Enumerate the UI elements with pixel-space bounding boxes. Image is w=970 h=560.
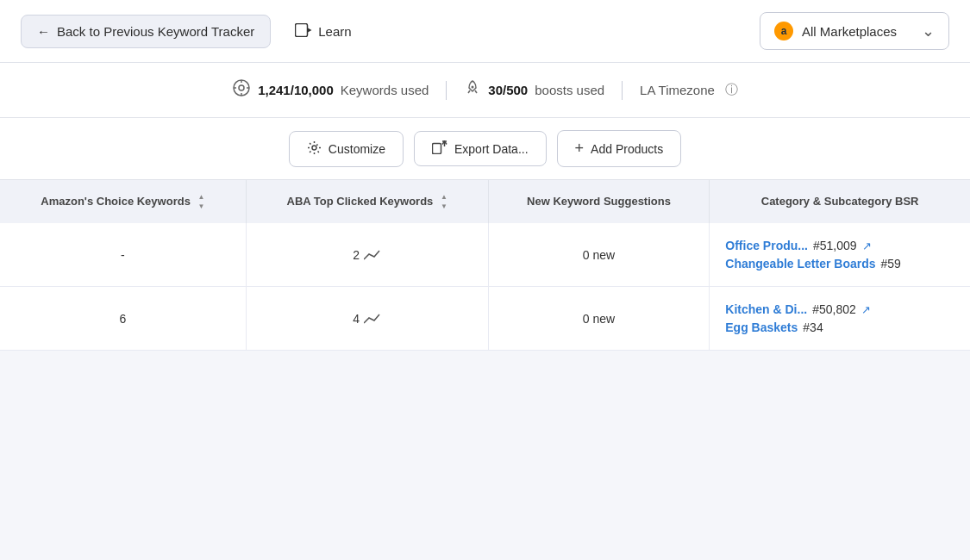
chevron-down-icon: ⌄ <box>922 22 935 40</box>
trend-chart-icon <box>364 249 381 261</box>
customize-button[interactable]: Customize <box>289 131 404 167</box>
svg-rect-0 <box>296 23 308 36</box>
cell-category-bsr-2: Kitchen & Di... #50,802 ↗ Egg Baskets #3… <box>710 287 970 351</box>
category-bsr-num-2: #50,802 <box>812 302 856 316</box>
top-bar: ← Back to Previous Keyword Tracker Learn… <box>0 0 970 63</box>
col-aba-top-clicked[interactable]: ABA Top Clicked Keywords ▲▼ <box>246 180 488 223</box>
keywords-used-label: Keywords used <box>341 83 429 97</box>
add-products-label: Add Products <box>591 142 663 156</box>
export-button[interactable]: Export Data... <box>414 131 547 166</box>
stat-divider-2 <box>622 81 623 100</box>
timezone-stat: LA Timezone ⓘ <box>640 82 738 98</box>
svg-point-7 <box>472 86 474 89</box>
cell-category-bsr-1: Office Produ... #51,009 ↗ Changeable Let… <box>710 223 970 287</box>
col-category-bsr: Category & Subcategory BSR <box>710 180 970 223</box>
info-icon: ⓘ <box>725 82 738 98</box>
subcategory-bsr-num-1: #59 <box>881 257 901 271</box>
cell-new-keywords-1: 0 new <box>488 223 710 287</box>
bsr-external-icon-2[interactable]: ↗ <box>861 303 871 316</box>
subcategory-link-1[interactable]: Changeable Letter Boards <box>725 257 875 271</box>
subcategory-bsr-num-2: #34 <box>803 320 823 334</box>
export-label: Export Data... <box>454 142 529 156</box>
sort-icon-amazons-choice[interactable]: ▲▼ <box>197 192 204 211</box>
keywords-used-stat: 1,241/10,000 Keywords used <box>232 78 429 102</box>
keywords-icon <box>232 78 251 102</box>
cell-amazons-choice-2: 6 <box>0 287 246 351</box>
learn-button-label: Learn <box>318 24 351 39</box>
cell-new-keywords-2: 0 new <box>488 287 710 351</box>
stats-bar: 1,241/10,000 Keywords used 30/500 boosts… <box>0 63 970 118</box>
sort-icon-aba[interactable]: ▲▼ <box>441 192 447 211</box>
learn-button[interactable]: Learn <box>285 15 361 48</box>
data-table-wrapper: Amazon's Choice Keywords ▲▼ ABA Top Clic… <box>0 180 970 351</box>
svg-point-2 <box>239 85 244 90</box>
stat-divider-1 <box>446 81 447 100</box>
col-new-keyword-suggestions: New Keyword Suggestions <box>488 180 710 223</box>
subcategory-link-2[interactable]: Egg Baskets <box>725 320 798 334</box>
back-button-label: Back to Previous Keyword Tracker <box>57 24 254 39</box>
category-bsr-num-1: #51,009 <box>813 239 857 252</box>
export-icon <box>432 140 447 157</box>
video-icon <box>295 23 312 40</box>
arrow-left-icon: ← <box>37 24 50 39</box>
marketplace-label: All Marketplaces <box>802 24 897 39</box>
data-table: Amazon's Choice Keywords ▲▼ ABA Top Clic… <box>0 180 970 351</box>
back-button[interactable]: ← Back to Previous Keyword Tracker <box>21 15 271 48</box>
cell-amazons-choice-1: - <box>0 223 246 287</box>
col-amazons-choice[interactable]: Amazon's Choice Keywords ▲▼ <box>0 180 246 223</box>
toolbar: Customize Export Data... + Add Products <box>0 118 970 180</box>
customize-label: Customize <box>329 142 385 156</box>
aba-trend-2: 4 <box>353 312 381 326</box>
table-header-row: Amazon's Choice Keywords ▲▼ ABA Top Clic… <box>0 180 970 223</box>
cell-aba-1: 2 <box>246 223 488 287</box>
add-products-button[interactable]: + Add Products <box>557 130 682 167</box>
svg-point-8 <box>312 146 316 150</box>
plus-icon: + <box>575 140 585 158</box>
gear-icon <box>307 140 322 158</box>
cell-aba-2: 4 <box>246 287 488 351</box>
boosts-used-stat: 30/500 boosts used <box>464 79 604 101</box>
keywords-used-count: 1,241/10,000 <box>258 83 334 97</box>
boosts-used-label: boosts used <box>535 83 604 97</box>
timezone-label: LA Timezone <box>640 83 715 97</box>
category-link-1[interactable]: Office Produ... <box>725 239 808 252</box>
category-link-2[interactable]: Kitchen & Di... <box>725 302 807 316</box>
bsr-external-icon-1[interactable]: ↗ <box>862 240 872 252</box>
rocket-icon <box>464 79 481 101</box>
aba-trend-1: 2 <box>353 248 381 262</box>
table-row: - 2 0 new Office Produ... <box>0 223 970 287</box>
boosts-used-count: 30/500 <box>488 83 528 97</box>
marketplace-dropdown[interactable]: a All Marketplaces ⌄ <box>760 12 949 50</box>
trend-chart-icon-2 <box>364 313 381 325</box>
svg-rect-9 <box>432 144 441 154</box>
table-row: 6 4 0 new Kitchen & Di... <box>0 287 970 351</box>
amazon-logo-icon: a <box>774 22 793 40</box>
